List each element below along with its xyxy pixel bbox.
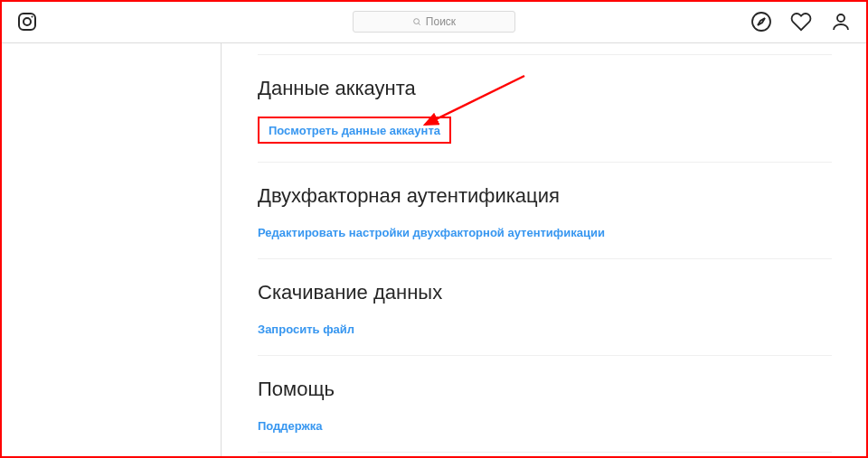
request-download-link[interactable]: Запросить файл	[258, 322, 354, 336]
annotation-highlight: Посмотреть данные аккаунта	[258, 117, 451, 144]
section-title: Помощь	[258, 378, 832, 401]
edit-two-factor-link[interactable]: Редактировать настройки двухфакторной ау…	[258, 226, 605, 239]
svg-point-7	[837, 14, 844, 22]
support-link[interactable]: Поддержка	[258, 419, 323, 433]
section-title: Двухфакторная аутентификация	[258, 184, 832, 208]
section-help: Помощь Поддержка	[258, 356, 832, 453]
settings-main: Данные аккаунта Посмотреть данные аккаун…	[222, 43, 868, 458]
svg-point-3	[414, 18, 420, 23]
section-data-download: Скачивание данных Запросить файл	[258, 259, 832, 356]
profile-icon[interactable]	[830, 11, 852, 33]
instagram-logo-icon[interactable]	[16, 11, 38, 33]
svg-line-4	[419, 23, 420, 24]
search-placeholder: Поиск	[426, 15, 456, 28]
search-icon	[412, 17, 421, 26]
search-input[interactable]: Поиск	[353, 11, 515, 33]
svg-marker-6	[758, 18, 765, 25]
svg-point-1	[24, 18, 31, 25]
heart-icon[interactable]	[790, 11, 812, 33]
view-account-data-link[interactable]: Посмотреть данные аккаунта	[269, 124, 440, 137]
svg-point-5	[752, 13, 770, 31]
explore-icon[interactable]	[750, 11, 772, 33]
content-area: Данные аккаунта Посмотреть данные аккаун…	[0, 43, 868, 458]
svg-rect-0	[19, 14, 35, 30]
section-two-factor: Двухфакторная аутентификация Редактирова…	[258, 163, 832, 259]
section-account-data: Данные аккаунта Посмотреть данные аккаун…	[258, 54, 832, 163]
section-title: Данные аккаунта	[258, 77, 832, 100]
top-nav: Поиск	[0, 0, 868, 43]
svg-point-2	[32, 15, 33, 17]
section-title: Скачивание данных	[258, 281, 832, 304]
nav-icons	[750, 11, 852, 33]
settings-sidebar	[0, 43, 222, 458]
